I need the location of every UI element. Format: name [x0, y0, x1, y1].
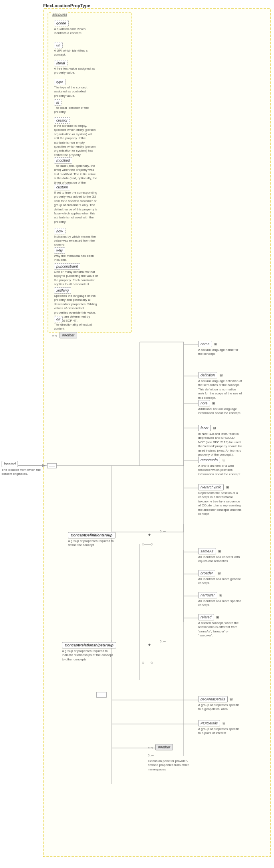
concept-def-group-mult: ——◆—— [142, 532, 157, 536]
custom-desc: If set to true the corresponding propert… [54, 191, 98, 224]
svg-marker-3 [42, 464, 46, 467]
name-box[interactable]: name ⊞ [198, 341, 217, 347]
concept-definition-group-box[interactable]: ConceptDefinitionGroup [68, 532, 115, 538]
related-desc: A related concept, where the relationshi… [198, 621, 242, 638]
concept-def-group-range: 0..∞ [160, 529, 166, 533]
pubconstraint-box[interactable]: pubconstraint [54, 263, 80, 270]
id-desc: The local identifier of the property. [54, 106, 98, 114]
narrower-desc: An identifier of a more specific concept… [198, 599, 242, 608]
any-other-label-1: any ##other [52, 332, 77, 338]
main-connector-left: —— [47, 463, 57, 468]
uri-desc: A URI which identifies a concept. [54, 49, 98, 57]
id-box[interactable]: id [54, 99, 62, 106]
creator-desc: If the attribute is empty, specifies whi… [54, 124, 98, 157]
literal-desc: A free-text value assigned as property v… [54, 67, 98, 75]
qcode-box[interactable]: qcode [54, 20, 69, 26]
geo-area-details-desc: A group of properties specific to a geop… [198, 703, 242, 712]
facet-desc: In NAR 1.8 and later, facet is deprecate… [198, 432, 242, 457]
concept-rel-group-mult: ——◆—— [142, 642, 157, 646]
remote-info-box[interactable]: remoteInfo ⊞ [198, 457, 226, 463]
crg-connector-right: ◇——◇ [142, 660, 153, 664]
definition-box[interactable]: definition ⊞ [198, 372, 223, 378]
located-desc: The location from which the content orig… [2, 468, 42, 476]
broader-box[interactable]: broader ⊞ [198, 570, 221, 576]
why-desc: Why the metadata has been included. [54, 254, 98, 262]
attributes-group-header: attributes [51, 12, 68, 16]
same-as-desc: An identifier of a concept with equivale… [198, 555, 242, 564]
concept-definition-group-desc: A group of properties required to define… [68, 539, 120, 548]
type-box[interactable]: type [54, 79, 66, 85]
broader-desc: An identifier of a more generic concept. [198, 577, 242, 586]
concept-rel-group-range: 0..∞ [160, 639, 166, 643]
poi-details-desc: A group of properties specific to a poin… [198, 727, 242, 736]
related-box[interactable]: related ⊞ [198, 614, 219, 620]
same-as-box[interactable]: sameAs ⊞ [198, 548, 221, 554]
note-box[interactable]: note ⊞ [198, 400, 215, 406]
dir-desc: The directionality of textual content. [54, 323, 98, 331]
qcode-desc: A qualified code which identifies a conc… [54, 27, 98, 36]
note-desc: Additional natural language information … [198, 407, 242, 416]
geo-area-details-box[interactable]: geoAreaDetails ⊞ [198, 696, 233, 702]
definition-desc: A natural language definition of the sem… [198, 379, 242, 400]
concept-relationships-group-box[interactable]: ConceptRelationshipsGroup [62, 642, 116, 648]
lower-vert-connector: —— [96, 692, 107, 698]
type-desc: The type of the concept assigned as cont… [54, 86, 98, 98]
any-other-2-mult: 0..∞ [148, 753, 154, 757]
hierarchy-info-box[interactable]: hierarchyInfo ⊞ [198, 484, 229, 490]
concept-relationships-group-desc: A group of properties required to indica… [62, 649, 114, 662]
modified-box[interactable]: modified [54, 157, 72, 164]
name-desc: A natural language name for the concept. [198, 348, 242, 356]
remote-info-desc: A link to an item or a web resource whic… [198, 464, 242, 476]
why-box[interactable]: why [54, 247, 65, 254]
poi-details-box[interactable]: POIDetails ⊞ [198, 720, 226, 726]
located-box[interactable]: located [2, 461, 18, 467]
custom-box[interactable]: custom [54, 184, 70, 190]
facet-box[interactable]: facet ⊞ [198, 425, 216, 431]
xmllang-box[interactable]: xmllang [54, 287, 71, 294]
how-desc: Indicates by which means the value was e… [54, 235, 98, 247]
literal-box[interactable]: literal [54, 60, 68, 66]
creator-box[interactable]: creator [54, 117, 70, 124]
uri-box[interactable]: uri [54, 42, 63, 48]
any-other-2-label: any ##other [148, 744, 173, 750]
how-box[interactable]: how [54, 228, 66, 234]
diagram-title: FlexLocationPropType [43, 3, 90, 8]
dir-box[interactable]: dir [54, 316, 63, 322]
any-other-2-desc: Extension point for provider-defined pro… [148, 759, 192, 772]
hierarchy-info-desc: Represents the position of a concept in … [198, 491, 242, 516]
narrower-box[interactable]: narrower ⊞ [198, 592, 222, 598]
cdg-connector-right: ◇——◇ [142, 542, 153, 546]
